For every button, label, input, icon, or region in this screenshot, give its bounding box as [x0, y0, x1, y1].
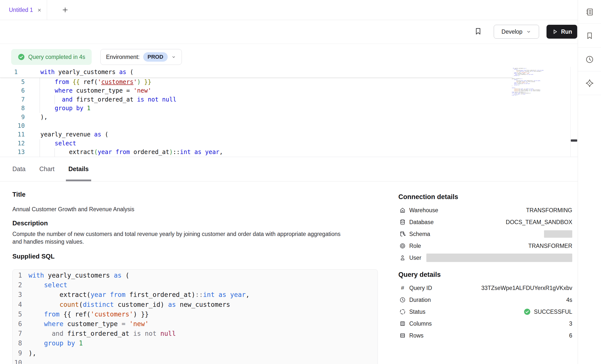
description-value: Compute the number of new customers and …: [12, 230, 342, 246]
bookmark-icon: [585, 31, 594, 40]
develop-dropdown[interactable]: Develop: [494, 25, 539, 39]
svg-text:#: #: [401, 285, 404, 291]
code-line: 3 extract(year from first_ordered_at)::i…: [13, 290, 378, 300]
role-icon: [399, 243, 406, 249]
detail-value: DOCS_TEAM_SANDBOX: [506, 219, 572, 226]
history-icon: [585, 55, 594, 64]
detail-value: 3: [569, 320, 572, 327]
line-number: 5: [0, 78, 25, 86]
rows-icon: [399, 332, 406, 339]
title-heading: Title: [12, 191, 26, 198]
code-line: 2 select: [13, 280, 378, 290]
line-number: 13: [0, 148, 25, 156]
code-line: 13 extract(year from ordered_at)::int as…: [0, 148, 570, 156]
rail-button-history[interactable]: [578, 48, 601, 71]
detail-label: Columns: [409, 320, 432, 327]
result-tab-data[interactable]: Data: [12, 157, 26, 181]
dbt-logo-icon: [585, 79, 594, 88]
code-line: 6 where customer_type = 'new': [0, 86, 570, 95]
connection-detail-row-schema: Schema: [398, 228, 572, 240]
indent-guide: [55, 95, 55, 104]
line-number: 9: [13, 348, 22, 358]
detail-value: TRANSFORMER: [528, 243, 572, 249]
query-detail-row-query-id: #Query ID33TZseWpe1ALFDUYerxR1gVKxbv: [398, 282, 572, 294]
schema-icon: [399, 231, 406, 237]
editor-scrollbar-track[interactable]: [570, 67, 578, 157]
line-number: 7: [0, 95, 25, 104]
detail-value: 4s: [566, 297, 572, 303]
supplied-sql-heading: Supplied SQL: [12, 253, 55, 260]
line-number: 1: [13, 271, 22, 280]
detail-label: Duration: [409, 297, 431, 303]
detail-label: Status: [409, 309, 425, 315]
result-tab-bar: DataChartDetails: [0, 157, 578, 182]
code-line: 1with yearly_customers as (: [13, 271, 378, 280]
redacted-value: [426, 254, 572, 262]
environment-value-pill: PROD: [143, 52, 168, 62]
code-line: 4 count(distinct customer_id) as new_cus…: [13, 300, 378, 310]
line-number: 1: [0, 67, 25, 77]
detail-value: SUCCESSFUL: [523, 308, 572, 315]
line-number: 8: [13, 338, 22, 348]
line-number: 6: [0, 86, 25, 95]
result-tab-chart[interactable]: Chart: [39, 157, 55, 181]
code-line: 11yearly_revenue as (: [0, 130, 570, 139]
run-label: Run: [561, 28, 572, 35]
code-line: 8 group by 1: [13, 338, 378, 348]
detail-value: TRANSFORMING: [526, 207, 572, 214]
line-number: 9: [0, 113, 25, 122]
check-circle-icon: [523, 308, 531, 315]
editor-scrollbar-handle[interactable]: [571, 139, 577, 142]
toolbar: Develop Run: [0, 20, 578, 44]
indent-guide: [40, 78, 40, 113]
detail-label: Schema: [409, 231, 430, 237]
right-icon-rail: [578, 0, 601, 364]
code-line: 10: [0, 122, 570, 130]
editor-tab-bar: Untitled 1: [0, 0, 578, 20]
line-number: 11: [0, 130, 25, 139]
environment-selector[interactable]: Environment: PROD: [100, 49, 182, 65]
connection-detail-row-database: DatabaseDOCS_TEAM_SANDBOX: [398, 216, 572, 228]
code-line: 10: [13, 358, 378, 364]
detail-label: Query ID: [409, 285, 432, 291]
query-details-heading: Query details: [398, 271, 441, 279]
query-details-rows: #Query ID33TZseWpe1ALFDUYerxR1gVKxbvDura…: [398, 282, 572, 341]
new-tab-button[interactable]: [61, 5, 70, 14]
tab-untitled-1[interactable]: Untitled 1: [0, 0, 47, 20]
spinner-icon: [399, 309, 406, 315]
line-number: 7: [13, 329, 22, 338]
environment-label: Environment:: [106, 54, 140, 60]
editor-minimap[interactable]: with yearly_customers as ( select extrac…: [512, 68, 551, 97]
line-number: 5: [13, 310, 22, 319]
code-line: 12 select: [0, 139, 570, 148]
detail-label: Warehouse: [409, 207, 438, 214]
detail-label: Role: [409, 243, 421, 249]
rail-button-dbt-logo[interactable]: [578, 71, 601, 95]
close-icon[interactable]: [37, 8, 42, 13]
code-line: 5 from {{ ref('customers') }}: [13, 310, 378, 319]
columns-icon: [399, 320, 406, 327]
check-circle-icon: [18, 53, 25, 61]
rail-button-notebook[interactable]: [578, 0, 601, 24]
warehouse-icon: [399, 207, 406, 213]
query-detail-row-status: StatusSUCCESSFUL: [398, 306, 572, 318]
code-line: 8 group by 1: [0, 104, 570, 113]
database-icon: [399, 219, 406, 225]
sql-editor[interactable]: 5 from {{ ref('customers') }}6 where cus…: [0, 67, 578, 157]
code-line: 9),: [13, 348, 378, 358]
line-number: 6: [13, 319, 22, 329]
detail-value: 33TZseWpe1ALFDUYerxR1gVKxbv: [481, 285, 572, 291]
run-button[interactable]: Run: [546, 25, 577, 39]
result-tab-details[interactable]: Details: [68, 157, 89, 181]
editor-sticky-line: 1with yearly_customers as (: [0, 67, 513, 78]
query-detail-row-columns: Columns3: [398, 318, 572, 330]
code-line: 5 from {{ ref('customers') }}: [0, 78, 570, 86]
rail-button-bookmark[interactable]: [578, 24, 601, 48]
query-detail-row-rows: Rows6: [398, 330, 572, 341]
chevron-down-icon: [526, 29, 531, 34]
bookmark-icon[interactable]: [474, 27, 483, 36]
clock-icon: [399, 297, 406, 303]
supplied-sql-block: 1with yearly_customers as (2 select3 ext…: [12, 269, 378, 364]
indent-guide: [40, 139, 40, 157]
line-number: 4: [13, 300, 22, 310]
